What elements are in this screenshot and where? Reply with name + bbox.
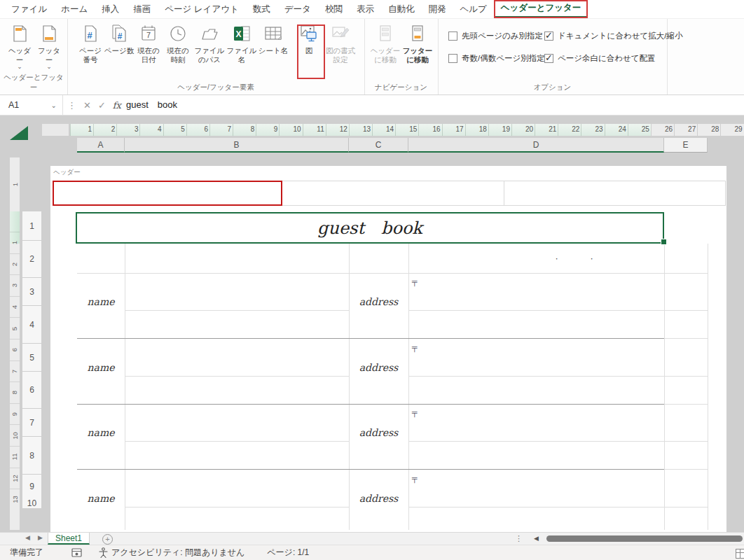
splitter-dots-icon[interactable]: ⋮ [515,534,523,543]
name-label: name [77,493,125,504]
footer-button[interactable]: フッター ⌄ [35,23,63,69]
sheet-name-button[interactable]: シート名 [258,23,289,55]
header-icon [9,23,30,44]
go-to-header-button[interactable]: ヘッダーに移動 [370,23,401,64]
column-header-a[interactable]: A [77,138,125,153]
ruler-tick: 13 [10,489,20,510]
fill-handle[interactable] [661,239,667,245]
insert-function-icon[interactable]: fx [113,100,121,111]
row-header[interactable]: 3 [22,278,42,306]
column-header-e[interactable]: E [664,138,708,153]
tab-review[interactable]: 校閲 [318,0,350,18]
group-header-footer: ヘッダー ⌄ フッター ⌄ ヘッダーとフッター [0,19,68,94]
page-number-button[interactable]: # ページ番号 [77,23,104,64]
tab-header-footer[interactable]: ヘッダーとフッター [494,0,588,18]
checkbox-icon[interactable] [544,54,553,63]
ruler-tick: 20 [511,124,535,136]
formula-input[interactable]: guest book [126,95,177,115]
page-count-icon: # [109,23,130,44]
ruler-tick: 4 [139,124,163,136]
ruler-tick: 11 [10,446,20,468]
ruler-tick: 6 [186,124,209,136]
option-different-odd-even[interactable]: 奇数/偶数ページ別指定 [448,53,545,64]
guest-entry-row[interactable]: name address 〒 [77,273,664,339]
ruler-tick: 12 [10,468,20,489]
normal-view-icon[interactable] [736,549,744,559]
prev-sheet-arrow-icon[interactable]: ◀ [25,534,30,541]
next-sheet-arrow-icon[interactable]: ▶ [38,534,43,541]
file-path-button[interactable]: ファイルのパス [193,23,226,64]
ready-status: 準備完了 [10,547,43,559]
row-header[interactable]: 4 [22,306,42,344]
tab-home[interactable]: ホーム [54,0,95,18]
select-all-triangle-icon[interactable] [10,126,28,140]
row-header[interactable]: 10 [22,498,42,509]
accessibility-status[interactable]: アクセシビリティ: 問題ありません [99,547,244,559]
ruler-tick: 12 [326,124,349,136]
column-header-d[interactable]: D [408,138,664,153]
row-header[interactable]: 1 [22,211,42,241]
ruler-tick: 5 [10,317,20,339]
ruler-tick: 13 [349,124,372,136]
current-date-button[interactable]: 7 現在の日付 [135,23,163,64]
row-header[interactable]: 2 [22,241,42,278]
tab-draw[interactable]: 描画 [126,0,158,18]
scroll-left-arrow-icon[interactable]: ◀ [534,535,539,542]
row-header[interactable]: 8 [22,437,42,475]
ruler-corner [42,124,69,136]
row-header[interactable]: 7 [22,409,42,437]
header-button[interactable]: ヘッダー ⌄ [6,23,34,69]
checkbox-icon[interactable] [448,31,457,41]
ruler-tick: 27 [674,124,697,136]
header-right-section[interactable] [504,181,726,206]
tab-page-layout[interactable]: ページ レイアウト [158,0,246,18]
name-label: name [77,296,125,307]
option-different-first-page[interactable]: 先頭ページのみ別指定 [448,31,543,41]
tab-developer[interactable]: 開発 [421,0,453,18]
group-navigation: ヘッダーに移動 フッターに移動 ナビゲーション [364,19,439,94]
ruler-tick: 10 [279,124,302,136]
tab-formulas[interactable]: 数式 [246,0,277,18]
excel-file-icon: X [231,23,252,44]
format-picture-button[interactable]: 図の書式設定 [325,23,356,64]
enter-icon[interactable]: ✓ [98,100,106,111]
option-scale-with-document[interactable]: ドキュメントに合わせて拡大/縮小 [544,31,682,41]
guest-entry-row[interactable]: name address 〒 [77,404,664,470]
macro-record-icon[interactable] [71,547,82,558]
checkbox-icon[interactable] [544,31,553,41]
row-header[interactable]: 9 [22,475,42,498]
new-sheet-button[interactable]: + [102,534,113,545]
svg-text:7: 7 [146,31,151,39]
row-header[interactable]: 6 [22,372,42,409]
horizontal-scrollbar-thumb[interactable] [546,536,743,542]
sheet-tab-sheet1[interactable]: Sheet1 [48,533,90,545]
file-name-button[interactable]: X ファイル名 [226,23,258,64]
current-time-button[interactable]: 現在の時刻 [164,23,192,64]
tab-automate[interactable]: 自動化 [381,0,422,18]
cell-a1-title[interactable]: guest book [76,212,664,244]
header-left-section[interactable] [53,181,282,206]
tab-insert[interactable]: 挿入 [95,0,126,18]
tab-view[interactable]: 表示 [350,0,381,18]
group-options: 先頭ページのみ別指定 奇数/偶数ページ別指定 ドキュメントに合わせて拡大/縮小 … [438,19,668,94]
guest-entry-row[interactable]: name address 〒 [77,470,664,533]
page-number-icon: # [80,23,101,44]
option-align-with-margins[interactable]: ページ余白に合わせて配置 [544,53,656,64]
tab-data[interactable]: データ [277,0,318,18]
guest-entry-row[interactable]: name address 〒 [77,339,664,405]
column-header-c[interactable]: C [349,138,408,153]
tab-file[interactable]: ファイル [4,0,54,18]
ruler-tick: 2 [93,124,116,136]
picture-icon [298,23,319,44]
address-label: address [349,427,408,438]
picture-button[interactable]: 図 [296,23,322,55]
header-center-section[interactable] [282,181,504,206]
tab-help[interactable]: ヘルプ [453,0,493,18]
name-box[interactable]: A1 ⌄ [0,95,63,115]
checkbox-icon[interactable] [448,54,457,63]
go-to-footer-button[interactable]: フッターに移動 [402,23,433,64]
row-header[interactable]: 5 [22,344,42,372]
cancel-icon[interactable]: ✕ [83,100,91,111]
page-count-button[interactable]: # ページ数 [104,23,135,55]
column-header-b[interactable]: B [125,138,349,153]
